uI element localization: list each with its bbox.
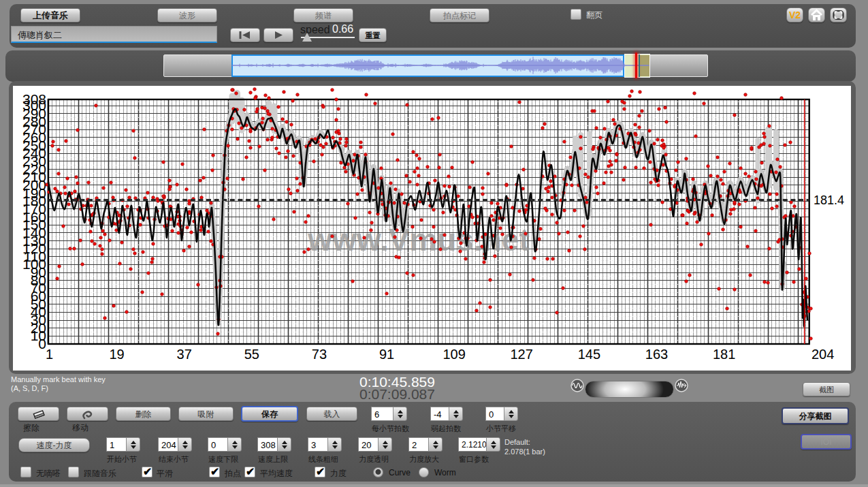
svg-text:1: 1 <box>46 347 53 362</box>
svg-text:37: 37 <box>177 347 192 362</box>
svg-text:181.4: 181.4 <box>814 193 844 207</box>
svg-text:91: 91 <box>379 347 394 362</box>
svg-text:204: 204 <box>811 347 834 362</box>
svg-text:19: 19 <box>109 347 124 362</box>
svg-text:163: 163 <box>645 347 668 362</box>
svg-text:181: 181 <box>713 347 735 362</box>
svg-text:127: 127 <box>511 347 533 362</box>
svg-text:109: 109 <box>443 347 465 362</box>
svg-text:73: 73 <box>312 347 327 362</box>
svg-text:145: 145 <box>578 347 600 362</box>
svg-text:55: 55 <box>244 347 259 362</box>
